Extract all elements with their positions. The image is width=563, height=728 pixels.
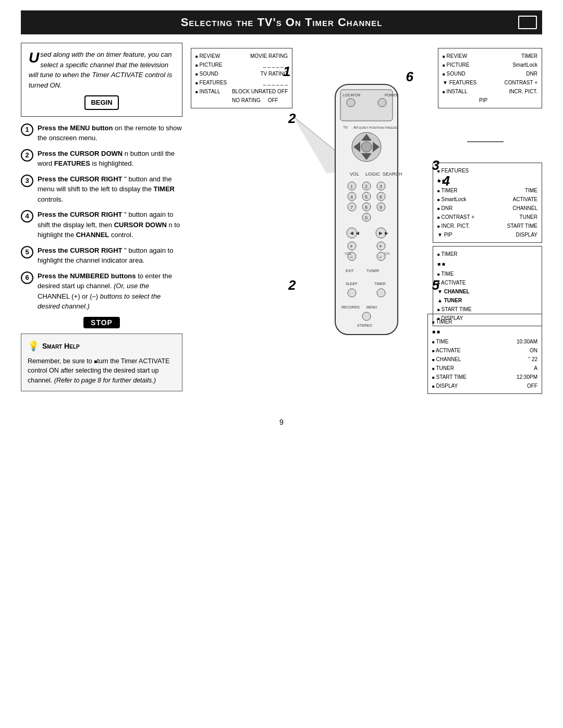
svg-text:+: + bbox=[379, 243, 382, 249]
remote-control: LOCATOR POWER TV AV QUIET POSITION FREEZ… bbox=[314, 79, 419, 352]
svg-text:VOL: VOL bbox=[345, 252, 352, 255]
svg-text:0: 0 bbox=[365, 215, 368, 220]
intro-box: Used along with the on timer feature, yo… bbox=[21, 43, 182, 117]
svg-text:9: 9 bbox=[380, 205, 382, 210]
timer-activate: ■ ACTIVATE bbox=[437, 278, 537, 287]
menu-row-sound-right: ■ SOUND DNR bbox=[443, 69, 537, 78]
timer-tuner-label-b: ■ TUNER bbox=[432, 364, 454, 373]
page-title: Selecting the TV's On Timer Channel bbox=[181, 16, 383, 29]
svg-text:AV: AV bbox=[353, 126, 358, 129]
svg-text:7: 7 bbox=[350, 205, 353, 210]
drop-cap: U bbox=[29, 51, 39, 65]
features-timer-label: ■ TIMER bbox=[437, 186, 458, 195]
tv-icon bbox=[518, 16, 537, 29]
timer-title-lower: ■ TIMER bbox=[437, 250, 537, 258]
menu-item-timer-r: TIMER bbox=[521, 52, 537, 60]
menu-item-install-l: ■ INSTALL bbox=[195, 87, 220, 96]
intro-text: sed along with the on timer feature, you… bbox=[29, 51, 172, 89]
svg-text:EXIT: EXIT bbox=[346, 269, 354, 273]
step-4: 4 Press the CURSOR RIGHT " button again … bbox=[21, 209, 182, 240]
features-smartlock-label: ■ SmartLock bbox=[437, 195, 466, 204]
menu-row-install-right: ■ INSTALL INCR. PICT. bbox=[443, 87, 537, 96]
smart-help-title: 💡 Smart Help bbox=[28, 339, 176, 353]
svg-text:SLEEP: SLEEP bbox=[346, 282, 358, 286]
step-3: 3 Press the CURSOR RIGHT " button and th… bbox=[21, 174, 182, 205]
left-column: Used along with the on timer feature, yo… bbox=[21, 43, 182, 408]
step-label-25: 2 bbox=[288, 277, 296, 293]
step-1-number: 1 bbox=[21, 124, 33, 136]
menu-item-smartlock-r: SmartLock bbox=[512, 60, 537, 69]
menu-row-sound-left: ■ SOUND TV RATING bbox=[195, 69, 288, 78]
svg-text:LOCATOR: LOCATOR bbox=[343, 93, 360, 97]
page-number: 9 bbox=[21, 418, 542, 426]
menu-row-features-right: ▼ FEATURES CONTRAST + bbox=[443, 78, 537, 87]
begin-badge: BEGIN bbox=[84, 95, 118, 110]
step-2: 2 Press the CURSOR DOWN n button until t… bbox=[21, 149, 182, 169]
timer-tuner-val-b: A bbox=[534, 364, 537, 373]
svg-text:SEARCH: SEARCH bbox=[383, 171, 402, 177]
timer-title-bottom: ■ TIMER bbox=[432, 317, 537, 326]
step-4-number: 4 bbox=[21, 210, 33, 223]
menu-item-no-rating: NO RATING OFF bbox=[232, 97, 278, 103]
page-num-text: 9 bbox=[279, 418, 284, 426]
svg-point-60 bbox=[348, 289, 356, 297]
step-6-text: Press the NUMBERED buttons to enter the … bbox=[38, 271, 182, 312]
menu-item-movie-rating: MOVIE RATING bbox=[250, 52, 288, 60]
step-3-text: Press the CURSOR RIGHT " button and the … bbox=[38, 174, 182, 205]
menu-mid-right: ■ FEATURES ■ ■ ■ TIMER TIME ■ SmartLock … bbox=[433, 163, 542, 243]
svg-point-64 bbox=[362, 312, 371, 320]
features-contrast-row: ■ CONTRAST + TUNER bbox=[437, 213, 537, 221]
svg-text:TIMER: TIMER bbox=[374, 282, 386, 286]
features-incrpict-row: ■ INCR. PICT. START TIME bbox=[437, 221, 537, 230]
svg-text:–: – bbox=[379, 254, 382, 260]
features-time-val: TIME bbox=[525, 186, 537, 195]
menu-pip-r: PIP bbox=[443, 96, 537, 105]
menu-no-rating: NO RATING OFF bbox=[195, 96, 288, 105]
features-starttime-val: START TIME bbox=[507, 221, 537, 230]
step-2-number: 2 bbox=[21, 149, 33, 162]
svg-text:6: 6 bbox=[380, 194, 382, 200]
timer-activate-row-bottom: ■ ACTIVATE ON bbox=[432, 346, 537, 355]
menu-item-block-unrated: BLOCK UNRATED OFF bbox=[232, 87, 288, 96]
menu-item-incrpict-r: INCR. PICT. bbox=[509, 87, 537, 96]
svg-text:2: 2 bbox=[365, 184, 368, 189]
timer-starttime-val-b: 12:30PM bbox=[517, 373, 537, 381]
svg-text:►►: ►► bbox=[378, 230, 389, 236]
timer-activate-label-b: ■ ACTIVATE bbox=[432, 346, 460, 355]
timer-channel-label-b: ■ CHANNEL bbox=[432, 355, 461, 364]
svg-text:TUNER: TUNER bbox=[366, 269, 379, 273]
features-tuner-val: TUNER bbox=[520, 213, 537, 221]
timer-display-row-bottom: ■ DISPLAY OFF bbox=[432, 381, 537, 390]
timer-channel-val-b: " 22 bbox=[529, 355, 537, 364]
timer-display-val-b: OFF bbox=[527, 381, 537, 390]
menu-row-picture-right: ■ PICTURE SmartLock bbox=[443, 60, 537, 69]
svg-text:POWER: POWER bbox=[385, 93, 398, 97]
svg-text:VOL: VOL bbox=[350, 171, 359, 177]
title-bar: Selecting the TV's On Timer Channel bbox=[21, 10, 542, 34]
svg-text:RECORDS: RECORDS bbox=[341, 305, 360, 309]
svg-text:3: 3 bbox=[380, 184, 382, 189]
features-title-mid: ■ FEATURES bbox=[437, 166, 537, 175]
step-label-1: 1 bbox=[283, 64, 290, 80]
step-6-number: 6 bbox=[21, 272, 33, 284]
diagram-area: ■ REVIEW MOVIE RATING ■ PICTURE _ _ _ _ … bbox=[191, 48, 542, 402]
step-1: 1 Press the MENU button on the remote to… bbox=[21, 123, 182, 143]
timer-tuner: ▲ TUNER bbox=[437, 296, 537, 305]
menu-item-sound-r: ■ SOUND bbox=[443, 69, 466, 78]
timer-activate-val-b: ON bbox=[530, 346, 537, 355]
timer-display-label-b: ■ DISPLAY bbox=[432, 381, 458, 390]
menu-item-features-r: ▼ FEATURES bbox=[443, 78, 476, 87]
menu-item-sound-l: ■ SOUND bbox=[195, 69, 218, 78]
svg-text:1: 1 bbox=[350, 184, 353, 189]
step-label-2: 2 bbox=[288, 110, 296, 127]
menu-row-review-left: ■ REVIEW MOVIE RATING bbox=[195, 52, 288, 60]
svg-text:LOGIC: LOGIC bbox=[365, 171, 381, 177]
features-incrpict-label: ■ INCR. PICT. bbox=[437, 221, 470, 230]
svg-text:8: 8 bbox=[365, 205, 368, 210]
svg-text:TV: TV bbox=[343, 126, 348, 129]
timer-dots-bottom: ■ ■ bbox=[432, 327, 537, 336]
step-5-number: 5 bbox=[21, 246, 33, 258]
timer-dots-lower: ■ ■ bbox=[437, 260, 537, 268]
menu-item-install-r: ■ INSTALL bbox=[443, 87, 467, 96]
step-6: 6 Press the NUMBERED buttons to enter th… bbox=[21, 271, 182, 312]
